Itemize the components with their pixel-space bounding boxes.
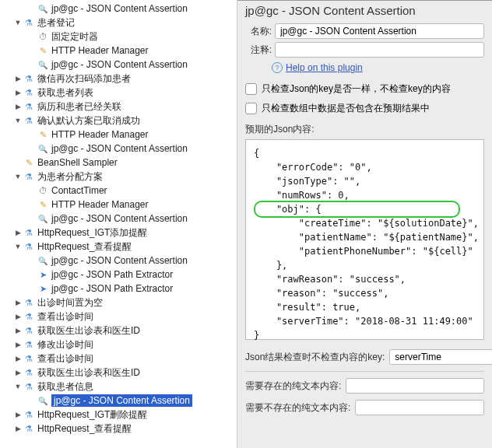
disclosure-arrow-icon[interactable] <box>14 117 22 124</box>
tree-item-label: HTTP Header Manager <box>51 129 149 140</box>
check-array-contains-label: 只检查数组中数据是否包含在预期结果中 <box>262 102 430 115</box>
ignore-key-label: Json结果检查时不检查内容的key: <box>245 351 385 364</box>
tree-item-label: HttpRequest_查看提醒 <box>37 422 132 436</box>
tree-item[interactable]: jp@gc - JSON Path Extractor <box>0 282 237 296</box>
mag-icon <box>37 395 48 406</box>
check-array-contains[interactable] <box>245 103 257 114</box>
disclosure-arrow-icon[interactable] <box>14 369 22 376</box>
flask-icon <box>23 87 34 98</box>
tree-item[interactable]: 微信再次扫码添加患者 <box>0 72 237 86</box>
disclosure-arrow-icon[interactable] <box>14 355 22 362</box>
disclosure-arrow-icon[interactable] <box>14 299 22 306</box>
mag-icon <box>37 213 48 224</box>
ignore-key-input[interactable] <box>389 349 492 365</box>
tree-item[interactable]: jp@gc - JSON Content Assertion <box>0 2 237 16</box>
json-line: "patientPhoneNumber": "${cell}" <box>254 244 476 258</box>
tree-item-label: HttpRequest_IGT删除提醒 <box>37 408 147 422</box>
panel-title: jp@gc - JSON Content Assertion <box>237 1 492 22</box>
name-input[interactable] <box>275 23 484 39</box>
tree-item[interactable]: jp@gc - JSON Content Assertion <box>0 142 237 156</box>
tree-item-label: HttpRequest_IGT添加提醒 <box>37 226 147 240</box>
tree-item-label: HTTP Header Manager <box>51 199 149 210</box>
json-line: "createTime": "${solutionDate}", <box>254 216 476 230</box>
need-notexist-label: 需要不存在的纯文本内容: <box>245 401 350 415</box>
tree-item-label: 获取患者列表 <box>37 86 93 100</box>
tree-item[interactable]: 修改出诊时间 <box>0 338 237 352</box>
tree-item-label: 为患者分配方案 <box>37 170 103 184</box>
disclosure-arrow-icon[interactable] <box>14 75 22 82</box>
tree-item[interactable]: 获取医生出诊表和医生ID <box>0 324 237 338</box>
tree-item[interactable]: 患者登记 <box>0 16 237 30</box>
json-line: "jsonType": "", <box>254 174 476 188</box>
tree-item[interactable]: HTTP Header Manager <box>0 128 237 142</box>
tree-item[interactable]: ContactTimer <box>0 184 237 198</box>
name-label: 名称: <box>245 25 272 38</box>
need-exist-input[interactable] <box>346 378 484 394</box>
json-line: "reason": "success", <box>254 286 476 300</box>
help-link[interactable]: Help on this plugin <box>286 62 363 73</box>
tree-item-label: 固定定时器 <box>51 30 98 44</box>
tree-item[interactable]: jp@gc - JSON Content Assertion <box>0 58 237 72</box>
mag-icon <box>37 255 48 266</box>
tree-item[interactable]: jp@gc - JSON Path Extractor <box>0 268 237 282</box>
flask-icon <box>23 101 34 112</box>
disclosure-arrow-icon[interactable] <box>14 19 22 26</box>
flask-icon <box>23 409 34 420</box>
expected-json-textarea[interactable]: { "errorCode": "0", "jsonType": "", "num… <box>245 139 484 340</box>
tree-item[interactable]: 获取患者列表 <box>0 86 237 100</box>
mag-icon <box>37 3 48 14</box>
tree-item-label: 查看出诊时间 <box>37 310 93 324</box>
tree-item[interactable]: HttpRequest_IGT添加提醒 <box>0 226 237 240</box>
disclosure-arrow-icon[interactable] <box>14 229 22 236</box>
disclosure-arrow-icon[interactable] <box>14 243 22 250</box>
disclosure-arrow-icon[interactable] <box>14 313 22 320</box>
tree-item[interactable]: 获取患者信息 <box>0 380 237 394</box>
tree-item[interactable]: 获取医生出诊表和医生ID <box>0 366 237 380</box>
tree-item-label: ContactTimer <box>51 185 107 196</box>
tree-item[interactable]: 出诊时间置为空 <box>0 296 237 310</box>
tree-item[interactable]: HTTP Header Manager <box>0 44 237 58</box>
disclosure-arrow-icon[interactable] <box>14 341 22 348</box>
disclosure-arrow-icon[interactable] <box>14 383 22 390</box>
check-only-keys[interactable] <box>245 83 257 95</box>
tree-item[interactable]: jp@gc - JSON Content Assertion <box>0 394 237 408</box>
tree-item-label: jp@gc - JSON Content Assertion <box>51 255 188 266</box>
flask-icon <box>23 297 34 308</box>
divider <box>245 371 484 372</box>
tree-item[interactable]: 查看出诊时间 <box>0 352 237 366</box>
tree-item[interactable]: 病历和患者已经关联 <box>0 100 237 114</box>
tree-item-label: jp@gc - JSON Path Extractor <box>51 269 173 280</box>
comment-input[interactable] <box>275 42 484 58</box>
tree-item[interactable]: HTTP Header Manager <box>0 198 237 212</box>
tree-item[interactable]: 为患者分配方案 <box>0 170 237 184</box>
json-line: "serverTime": "2018-08-31 11:49:00" <box>254 314 476 328</box>
check-only-keys-label: 只检查Json的key是否一样，不检查key的内容 <box>262 82 451 96</box>
disclosure-arrow-icon[interactable] <box>14 327 22 334</box>
need-notexist-input[interactable] <box>355 400 484 415</box>
tree-item-label: HttpRequest_查看提醒 <box>37 240 132 254</box>
tree-item[interactable]: 查看出诊时间 <box>0 310 237 324</box>
flask-icon <box>23 241 34 252</box>
tree-item[interactable]: 确认默认方案已取消成功 <box>0 114 237 128</box>
tree-item[interactable]: HttpRequest_查看提醒 <box>0 422 237 436</box>
tree-item-label: 查看出诊时间 <box>37 352 93 366</box>
mag-icon <box>37 143 48 154</box>
tree-item[interactable]: HttpRequest_查看提醒 <box>0 240 237 254</box>
tree-item[interactable]: jp@gc - JSON Content Assertion <box>0 254 237 268</box>
disclosure-arrow-icon[interactable] <box>14 425 22 432</box>
tree-item[interactable]: HttpRequest_IGT删除提醒 <box>0 408 237 422</box>
tree-item[interactable]: jp@gc - JSON Content Assertion <box>0 212 237 226</box>
tree-item[interactable]: BeanShell Sampler <box>0 156 237 170</box>
json-line: "numRows": 0, <box>254 188 476 202</box>
timer-icon <box>37 31 48 42</box>
flask-icon <box>23 17 34 28</box>
disclosure-arrow-icon[interactable] <box>14 103 22 110</box>
disclosure-arrow-icon[interactable] <box>14 89 22 96</box>
tree-item[interactable]: 固定定时器 <box>0 30 237 44</box>
tree-item-label: jp@gc - JSON Path Extractor <box>51 283 173 294</box>
disclosure-arrow-icon[interactable] <box>14 173 22 180</box>
mag-icon <box>37 59 48 70</box>
disclosure-arrow-icon[interactable] <box>14 411 22 418</box>
json-line: }, <box>254 258 476 272</box>
leaf-icon <box>23 157 34 168</box>
